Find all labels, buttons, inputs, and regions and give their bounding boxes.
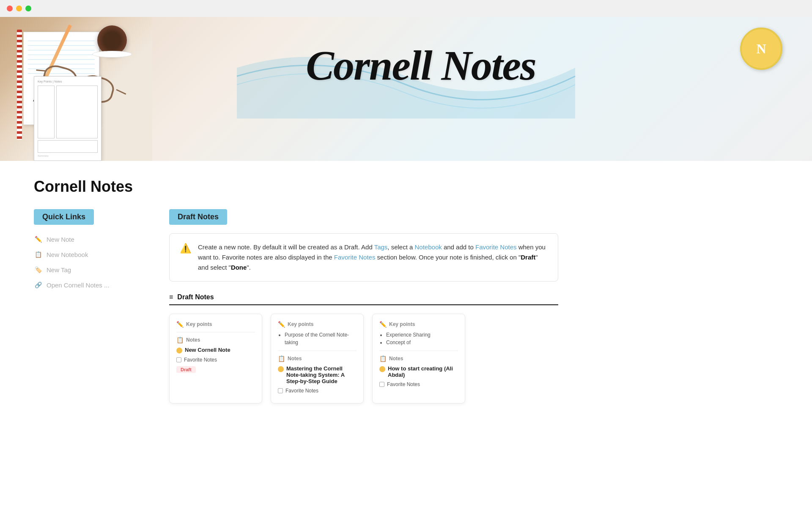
favorite-checkbox-3[interactable]	[379, 382, 384, 387]
card-title-2: Mastering the Cornell Note-taking System…	[278, 365, 357, 384]
open-cornell-label: Open Cornell Notes ...	[47, 282, 109, 289]
key-points-label-3: ✏️ Key points	[379, 321, 458, 328]
note-card-2[interactable]: ✏️ Key points Purpose of the Cornell Not…	[271, 314, 364, 403]
sidebar-links: ✏️ New Note 📋 New Notebook 🏷️ New Tag 🔗 …	[34, 235, 152, 289]
card-divider-3	[379, 351, 458, 351]
favorite-notes-link-2[interactable]: Favorite Notes	[334, 254, 376, 261]
note-card-3[interactable]: ✏️ Key points Experience Sharing Concept…	[372, 314, 465, 403]
note-card-1[interactable]: ✏️ Key points 📋 Notes New Cornell Note	[169, 314, 262, 403]
favorite-row-1[interactable]: Favorite Notes	[176, 357, 255, 363]
card-dot-2	[278, 366, 284, 372]
card-divider-1	[176, 332, 255, 332]
badge-draft-1: Draft	[176, 366, 196, 373]
card-divider-2	[278, 351, 357, 351]
notes-icon-1: 📋	[176, 337, 184, 343]
favorite-checkbox-1[interactable]	[176, 357, 181, 362]
edit-icon: ✏️	[34, 235, 42, 243]
info-icon: ⚠️	[180, 243, 191, 254]
favorite-notes-link[interactable]: Favorite Notes	[475, 243, 517, 251]
minimize-button[interactable]	[16, 6, 22, 11]
draft-badge-1: Draft	[176, 365, 255, 373]
notebook-spine	[17, 30, 22, 140]
list-icon: ≡	[169, 293, 173, 301]
bullet-item-3-1: Experience Sharing	[386, 331, 458, 339]
draft-notes-label: Draft Notes	[169, 209, 227, 225]
sidebar-item-open-cornell[interactable]: 🔗 Open Cornell Notes ...	[34, 281, 152, 289]
new-note-label: New Note	[47, 236, 74, 243]
hero-banner: Key Points | Notes Summary Cornell Notes…	[0, 17, 812, 161]
card-title-1: New Cornell Note	[176, 347, 255, 353]
bullet-item-2-1: Purpose of the Cornell Note-taking	[285, 331, 357, 346]
favorite-checkbox-2[interactable]	[278, 388, 283, 393]
quick-links-label: Quick Links	[34, 209, 94, 225]
new-tag-label: New Tag	[47, 266, 71, 273]
card-dot-3	[379, 366, 385, 372]
main-content: Cornell Notes Quick Links ✏️ New Note 📋 …	[0, 161, 592, 420]
content-area: Draft Notes ⚠️ Create a new note. By def…	[169, 209, 558, 403]
pencil-icon-2: ✏️	[278, 321, 285, 328]
done-bold: Done	[231, 264, 247, 271]
notion-icon: N	[740, 28, 782, 70]
draft-notes-section-label: Draft Notes	[177, 293, 214, 301]
sidebar: Quick Links ✏️ New Note 📋 New Notebook 🏷…	[34, 209, 152, 289]
card-dot-1	[176, 348, 182, 353]
hero-title: Cornell Notes	[135, 42, 706, 89]
key-points-list-3: Experience Sharing Concept of	[379, 331, 458, 346]
notes-label-1: 📋 Notes	[176, 337, 255, 343]
draft-notes-header: ≡ Draft Notes	[169, 293, 558, 305]
titlebar	[0, 0, 812, 17]
key-points-label-1: ✏️ Key points	[176, 321, 255, 328]
link-icon: 🔗	[34, 281, 42, 289]
tags-link[interactable]: Tags	[374, 243, 388, 251]
draft-bold: Draft	[521, 254, 535, 261]
notes-icon-2: 📋	[278, 355, 285, 362]
key-points-list-2: Purpose of the Cornell Note-taking	[278, 331, 357, 346]
pencil-icon-1: ✏️	[176, 321, 184, 328]
close-button[interactable]	[7, 6, 13, 11]
info-text: Create a new note. By default it will be…	[198, 242, 548, 273]
key-points-label-2: ✏️ Key points	[278, 321, 357, 328]
notes-label-2: 📋 Notes	[278, 355, 357, 362]
notebook-icon: 📋	[34, 250, 42, 259]
favorite-row-3[interactable]: Favorite Notes	[379, 381, 458, 387]
two-column-layout: Quick Links ✏️ New Note 📋 New Notebook 🏷…	[34, 209, 558, 403]
notebook-link[interactable]: Notebook	[415, 243, 442, 251]
page-title: Cornell Notes	[34, 178, 558, 196]
sidebar-item-new-note[interactable]: ✏️ New Note	[34, 235, 152, 243]
notes-label-3: 📋 Notes	[379, 355, 458, 362]
notes-icon-3: 📋	[379, 355, 387, 362]
bullet-item-3-2: Concept of	[386, 339, 458, 346]
maximize-button[interactable]	[25, 6, 31, 11]
pencil-icon-3: ✏️	[379, 321, 387, 328]
tag-icon: 🏷️	[34, 265, 42, 274]
cards-grid: ✏️ Key points 📋 Notes New Cornell Note	[169, 314, 558, 403]
sidebar-item-new-tag[interactable]: 🏷️ New Tag	[34, 265, 152, 274]
favorite-row-2[interactable]: Favorite Notes	[278, 388, 357, 394]
new-notebook-label: New Notebook	[47, 251, 88, 258]
sidebar-item-new-notebook[interactable]: 📋 New Notebook	[34, 250, 152, 259]
info-box: ⚠️ Create a new note. By default it will…	[169, 233, 558, 282]
card-title-3: How to start creating (Ali Abdal)	[379, 365, 458, 378]
